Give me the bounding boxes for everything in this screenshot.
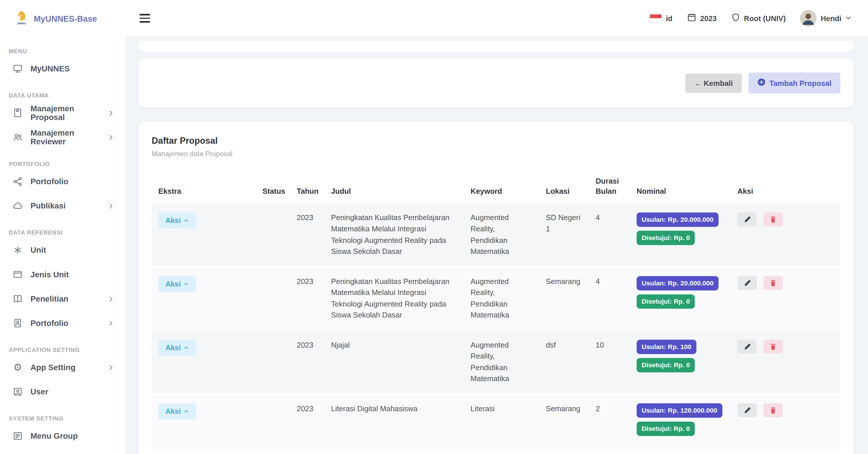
trash-icon	[769, 279, 777, 287]
chevron-down-icon	[845, 14, 851, 23]
cell-judul: Njajal	[324, 330, 464, 394]
cell-keyword: Augmented Reality, Pendidikan Matematika	[464, 330, 539, 394]
table-row: Aksi 2023 Peningkatan Kualitas Pembelaja…	[152, 203, 840, 267]
chevron-right-icon	[108, 364, 114, 370]
toolbar-card: ← Kembali Tambah Proposal	[138, 59, 854, 107]
disetujui-badge: Disetujui: Rp. 0	[637, 358, 695, 372]
sidebar-item-manajemen-proposal[interactable]: Manajemen Proposal	[0, 101, 125, 125]
cell-aksi	[731, 267, 840, 330]
cell-durasi: 4	[589, 267, 630, 330]
sidebar-item-unit[interactable]: Unit	[0, 238, 125, 262]
col-keyword: Keyword	[464, 171, 539, 203]
role-selector[interactable]: Root (UNIV)	[731, 13, 786, 24]
add-proposal-button[interactable]: Tambah Proposal	[748, 73, 840, 94]
year-label: 2023	[700, 14, 717, 23]
share-icon	[12, 176, 23, 186]
cell-aksi	[731, 203, 840, 267]
row-aksi-dropdown[interactable]: Aksi	[158, 213, 196, 228]
edit-button[interactable]	[738, 276, 757, 290]
journal-icon	[12, 108, 23, 118]
col-aksi: Aksi	[731, 171, 840, 203]
indonesia-flag-icon	[649, 14, 662, 23]
add-proposal-label: Tambah Proposal	[769, 79, 832, 87]
monitor-icon	[12, 64, 23, 73]
user-menu[interactable]: Hendi	[800, 10, 851, 26]
card-title: Daftar Proposal	[152, 136, 840, 146]
delete-button[interactable]	[763, 276, 783, 290]
book-icon	[12, 294, 23, 304]
main-area: id 2023 Root (UNIV)	[125, 0, 868, 454]
trash-icon	[769, 407, 777, 414]
brand-title: MyUNNES-Base	[34, 13, 97, 23]
menu-group-icon	[12, 431, 23, 441]
chevron-right-icon	[108, 320, 114, 326]
cell-lokasi: dsf	[539, 330, 589, 394]
sidebar-nav: MENU MyUNNES DATA UTAMA Manajemen Propos…	[0, 48, 125, 454]
col-lokasi: Lokasi	[539, 171, 589, 203]
sidebar-item-label: Unit	[30, 246, 46, 255]
chevron-up-icon	[184, 409, 189, 414]
sidebar-item-myunnes[interactable]: MyUNNES	[0, 56, 125, 81]
sidebar-item-jenis-unit[interactable]: Jenis Unit	[0, 262, 125, 287]
plus-circle-icon	[757, 78, 766, 88]
disetujui-badge: Disetujui: Rp. 0	[637, 422, 695, 436]
delete-button[interactable]	[763, 213, 783, 226]
sidebar-item-label: Portofolio	[30, 177, 68, 186]
sidebar-item-label: Publikasi	[30, 201, 66, 210]
edit-button[interactable]	[738, 213, 757, 226]
sidebar-item-publikasi[interactable]: Publikasi	[0, 194, 125, 218]
cell-status	[256, 267, 290, 330]
gear-icon: ⚙	[12, 362, 23, 372]
sidebar-item-user[interactable]: User	[0, 380, 125, 404]
sidebar-item-label: MyUNNES	[30, 64, 70, 73]
app-window: UNNES MyUNNES-Base MENU MyUNNES DATA UTA…	[0, 0, 868, 454]
sidebar-item-app-setting[interactable]: ⚙ App Setting	[0, 355, 125, 379]
chevron-up-icon	[184, 282, 189, 287]
calendar-icon	[687, 13, 696, 24]
chevron-right-icon	[108, 203, 114, 209]
delete-button[interactable]	[763, 340, 783, 354]
proposal-list-card: Daftar Proposal Manajemen data Proposal …	[138, 122, 854, 454]
trash-icon	[769, 343, 777, 350]
col-tahun: Tahun	[290, 171, 324, 203]
brand-link[interactable]: UNNES MyUNNES-Base	[0, 0, 125, 36]
sidebar-item-manajemen-reviewer[interactable]: Manajemen Reviewer	[0, 125, 125, 149]
sidebar-item-penelitian[interactable]: Penelitian	[0, 287, 125, 311]
back-button[interactable]: ← Kembali	[685, 73, 742, 93]
disetujui-badge: Disetujui: Rp. 0	[637, 294, 695, 309]
username-label: Hendi	[820, 14, 841, 23]
cell-judul: Literasi Digital Mahasiswa	[324, 394, 464, 449]
proposals-table: Ekstra Status Tahun Judul Keyword Lokasi…	[152, 171, 840, 450]
sidebar-item-menu-group[interactable]: Menu Group	[0, 424, 125, 448]
sidebar-item-label: Manajemen Proposal	[30, 104, 101, 122]
language-selector[interactable]: id	[649, 14, 673, 23]
cell-keyword: Augmented Reality, Pendidikan Matematika	[464, 267, 539, 330]
hamburger-menu-icon[interactable]	[137, 12, 152, 25]
chevron-up-icon	[184, 345, 189, 350]
section-label-data-utama: DATA UTAMA	[0, 92, 125, 99]
delete-button[interactable]	[763, 403, 783, 417]
sidebar-item-portofolio-referensi[interactable]: Portofolio	[0, 311, 125, 335]
year-selector[interactable]: 2023	[687, 13, 717, 24]
row-aksi-label: Aksi	[165, 344, 181, 352]
row-aksi-label: Aksi	[165, 280, 181, 288]
cell-nominal: Usulan: Rp. 120.000.000 Disetujui: Rp. 0	[630, 394, 731, 449]
edit-button[interactable]	[738, 403, 757, 417]
cell-keyword: Augmented Reality, Pendidikan Matematika	[464, 203, 539, 267]
section-label-data-referensi: DATA REFERENSI	[0, 229, 125, 236]
row-aksi-dropdown[interactable]: Aksi	[158, 340, 196, 356]
row-aksi-dropdown[interactable]: Aksi	[158, 276, 196, 292]
usulan-badge: Usulan: Rp. 120.000.000	[637, 403, 722, 418]
chevron-up-icon	[184, 218, 189, 223]
row-aksi-dropdown[interactable]: Aksi	[158, 403, 196, 419]
cell-durasi: 4	[589, 203, 630, 267]
flower-icon	[12, 245, 23, 255]
shield-icon	[731, 13, 740, 24]
table-row: Aksi 2023 Peningkatan Kualitas Pembelaja…	[152, 267, 840, 330]
edit-button[interactable]	[738, 340, 757, 354]
card-subtitle: Manajemen data Proposal	[152, 150, 840, 158]
chevron-right-icon	[108, 296, 114, 302]
sidebar-item-portofolio[interactable]: Portofolio	[0, 169, 125, 193]
cell-lokasi: Semarang	[539, 267, 589, 330]
pencil-icon	[744, 407, 751, 414]
